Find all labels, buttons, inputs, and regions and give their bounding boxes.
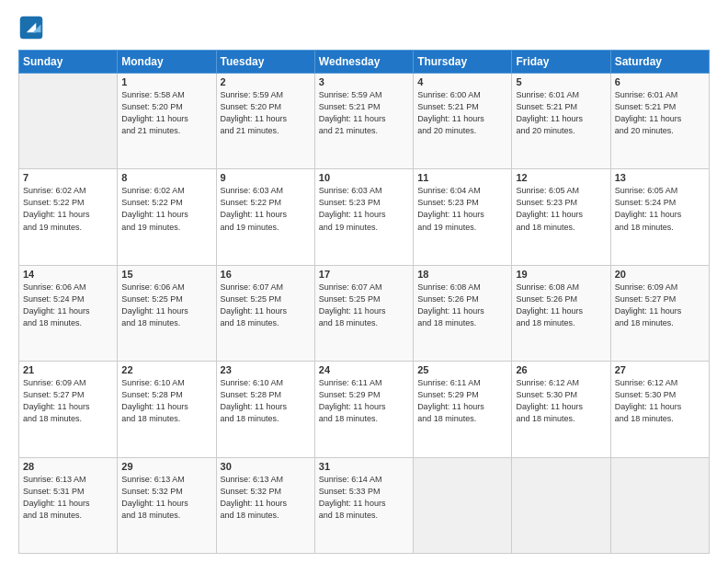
header-day-friday: Friday <box>512 51 610 74</box>
cell-info: Sunrise: 6:12 AM Sunset: 5:30 PM Dayligh… <box>516 377 606 425</box>
cell-info: Sunrise: 6:06 AM Sunset: 5:25 PM Dayligh… <box>121 282 211 329</box>
calendar-cell: 10Sunrise: 6:03 AM Sunset: 5:23 PM Dayli… <box>314 169 413 265</box>
day-number: 1 <box>121 76 211 87</box>
calendar-cell: 23Sunrise: 6:10 AM Sunset: 5:28 PM Dayli… <box>216 362 314 457</box>
day-number: 17 <box>319 269 409 280</box>
day-number: 22 <box>121 364 211 375</box>
day-number: 25 <box>417 364 507 375</box>
header-row: SundayMondayTuesdayWednesdayThursdayFrid… <box>19 51 710 74</box>
calendar-cell: 21Sunrise: 6:09 AM Sunset: 5:27 PM Dayli… <box>19 362 118 457</box>
day-number: 26 <box>516 364 606 375</box>
cell-info: Sunrise: 6:02 AM Sunset: 5:22 PM Dayligh… <box>23 185 113 233</box>
calendar-cell: 4Sunrise: 6:00 AM Sunset: 5:21 PM Daylig… <box>414 74 512 169</box>
day-number: 2 <box>221 76 311 87</box>
day-number: 20 <box>615 269 705 280</box>
week-row-2: 7Sunrise: 6:02 AM Sunset: 5:22 PM Daylig… <box>19 169 710 265</box>
cell-info: Sunrise: 6:13 AM Sunset: 5:32 PM Dayligh… <box>221 474 311 522</box>
calendar-cell: 20Sunrise: 6:09 AM Sunset: 5:27 PM Dayli… <box>610 265 709 361</box>
calendar-cell: 13Sunrise: 6:05 AM Sunset: 5:24 PM Dayli… <box>610 169 709 265</box>
day-number: 31 <box>319 461 409 472</box>
cell-info: Sunrise: 6:01 AM Sunset: 5:21 PM Dayligh… <box>615 89 705 137</box>
week-row-5: 28Sunrise: 6:13 AM Sunset: 5:31 PM Dayli… <box>19 457 710 553</box>
header-day-monday: Monday <box>118 51 216 74</box>
cell-info: Sunrise: 6:08 AM Sunset: 5:26 PM Dayligh… <box>417 282 507 329</box>
day-number: 4 <box>417 76 507 87</box>
page: SundayMondayTuesdayWednesdayThursdayFrid… <box>0 0 728 563</box>
cell-info: Sunrise: 6:13 AM Sunset: 5:31 PM Dayligh… <box>23 474 113 522</box>
day-number: 7 <box>23 172 113 183</box>
calendar-cell: 14Sunrise: 6:06 AM Sunset: 5:24 PM Dayli… <box>19 265 118 361</box>
day-number: 30 <box>221 461 311 472</box>
calendar-cell: 9Sunrise: 6:03 AM Sunset: 5:22 PM Daylig… <box>216 169 314 265</box>
day-number: 9 <box>221 172 311 183</box>
header-day-saturday: Saturday <box>610 51 709 74</box>
cell-info: Sunrise: 6:02 AM Sunset: 5:22 PM Dayligh… <box>121 185 211 233</box>
header-day-sunday: Sunday <box>19 51 118 74</box>
calendar-cell <box>19 74 118 169</box>
calendar-cell <box>414 457 512 553</box>
day-number: 21 <box>23 364 113 375</box>
cell-info: Sunrise: 6:07 AM Sunset: 5:25 PM Dayligh… <box>319 282 409 329</box>
calendar-cell <box>610 457 709 553</box>
week-row-1: 1Sunrise: 5:58 AM Sunset: 5:20 PM Daylig… <box>19 74 710 169</box>
header-day-wednesday: Wednesday <box>314 51 413 74</box>
calendar-cell: 18Sunrise: 6:08 AM Sunset: 5:26 PM Dayli… <box>414 265 512 361</box>
logo <box>18 15 48 40</box>
day-number: 11 <box>417 172 507 183</box>
calendar-cell: 6Sunrise: 6:01 AM Sunset: 5:21 PM Daylig… <box>610 74 709 169</box>
day-number: 12 <box>516 172 606 183</box>
cell-info: Sunrise: 5:59 AM Sunset: 5:21 PM Dayligh… <box>319 89 409 137</box>
cell-info: Sunrise: 5:58 AM Sunset: 5:20 PM Dayligh… <box>121 89 211 137</box>
calendar-cell <box>512 457 610 553</box>
calendar-cell: 31Sunrise: 6:14 AM Sunset: 5:33 PM Dayli… <box>314 457 413 553</box>
day-number: 28 <box>23 461 113 472</box>
week-row-4: 21Sunrise: 6:09 AM Sunset: 5:27 PM Dayli… <box>19 362 710 457</box>
calendar-cell: 24Sunrise: 6:11 AM Sunset: 5:29 PM Dayli… <box>314 362 413 457</box>
day-number: 13 <box>615 172 705 183</box>
calendar-cell: 7Sunrise: 6:02 AM Sunset: 5:22 PM Daylig… <box>19 169 118 265</box>
day-number: 14 <box>23 269 113 280</box>
calendar-table: SundayMondayTuesdayWednesdayThursdayFrid… <box>18 50 710 554</box>
cell-info: Sunrise: 6:01 AM Sunset: 5:21 PM Dayligh… <box>516 89 606 137</box>
cell-info: Sunrise: 6:05 AM Sunset: 5:23 PM Dayligh… <box>516 185 606 233</box>
calendar-cell: 17Sunrise: 6:07 AM Sunset: 5:25 PM Dayli… <box>314 265 413 361</box>
calendar-cell: 2Sunrise: 5:59 AM Sunset: 5:20 PM Daylig… <box>216 74 314 169</box>
cell-info: Sunrise: 6:12 AM Sunset: 5:30 PM Dayligh… <box>615 377 705 425</box>
cell-info: Sunrise: 6:08 AM Sunset: 5:26 PM Dayligh… <box>516 282 606 329</box>
calendar-cell: 19Sunrise: 6:08 AM Sunset: 5:26 PM Dayli… <box>512 265 610 361</box>
day-number: 3 <box>319 76 409 87</box>
cell-info: Sunrise: 5:59 AM Sunset: 5:20 PM Dayligh… <box>221 89 311 137</box>
week-row-3: 14Sunrise: 6:06 AM Sunset: 5:24 PM Dayli… <box>19 265 710 361</box>
cell-info: Sunrise: 6:14 AM Sunset: 5:33 PM Dayligh… <box>319 474 409 522</box>
calendar-cell: 27Sunrise: 6:12 AM Sunset: 5:30 PM Dayli… <box>610 362 709 457</box>
day-number: 16 <box>221 269 311 280</box>
day-number: 5 <box>516 76 606 87</box>
day-number: 19 <box>516 269 606 280</box>
cell-info: Sunrise: 6:05 AM Sunset: 5:24 PM Dayligh… <box>615 185 705 233</box>
header-day-thursday: Thursday <box>414 51 512 74</box>
logo-icon <box>18 15 44 40</box>
calendar-cell: 22Sunrise: 6:10 AM Sunset: 5:28 PM Dayli… <box>118 362 216 457</box>
cell-info: Sunrise: 6:09 AM Sunset: 5:27 PM Dayligh… <box>23 377 113 425</box>
cell-info: Sunrise: 6:10 AM Sunset: 5:28 PM Dayligh… <box>121 377 211 425</box>
calendar-cell: 1Sunrise: 5:58 AM Sunset: 5:20 PM Daylig… <box>118 74 216 169</box>
header-day-tuesday: Tuesday <box>216 51 314 74</box>
cell-info: Sunrise: 6:07 AM Sunset: 5:25 PM Dayligh… <box>221 282 311 329</box>
header <box>18 15 710 40</box>
calendar-body: 1Sunrise: 5:58 AM Sunset: 5:20 PM Daylig… <box>19 74 710 554</box>
cell-info: Sunrise: 6:11 AM Sunset: 5:29 PM Dayligh… <box>319 377 409 425</box>
day-number: 18 <box>417 269 507 280</box>
calendar-cell: 16Sunrise: 6:07 AM Sunset: 5:25 PM Dayli… <box>216 265 314 361</box>
day-number: 15 <box>121 269 211 280</box>
calendar-cell: 30Sunrise: 6:13 AM Sunset: 5:32 PM Dayli… <box>216 457 314 553</box>
calendar-cell: 29Sunrise: 6:13 AM Sunset: 5:32 PM Dayli… <box>118 457 216 553</box>
cell-info: Sunrise: 6:13 AM Sunset: 5:32 PM Dayligh… <box>121 474 211 522</box>
calendar-cell: 15Sunrise: 6:06 AM Sunset: 5:25 PM Dayli… <box>118 265 216 361</box>
cell-info: Sunrise: 6:00 AM Sunset: 5:21 PM Dayligh… <box>417 89 507 137</box>
day-number: 6 <box>615 76 705 87</box>
calendar-cell: 25Sunrise: 6:11 AM Sunset: 5:29 PM Dayli… <box>414 362 512 457</box>
calendar-cell: 12Sunrise: 6:05 AM Sunset: 5:23 PM Dayli… <box>512 169 610 265</box>
calendar-cell: 8Sunrise: 6:02 AM Sunset: 5:22 PM Daylig… <box>118 169 216 265</box>
calendar-cell: 26Sunrise: 6:12 AM Sunset: 5:30 PM Dayli… <box>512 362 610 457</box>
calendar-cell: 5Sunrise: 6:01 AM Sunset: 5:21 PM Daylig… <box>512 74 610 169</box>
